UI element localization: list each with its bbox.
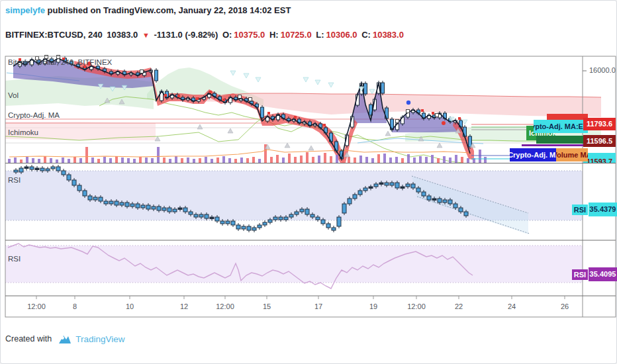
volume-bar xyxy=(246,158,249,163)
candle-body xyxy=(155,70,158,81)
rsi-candle-body xyxy=(125,203,129,206)
volume-bar xyxy=(205,157,207,163)
rsi-candle-body xyxy=(210,217,214,219)
red-square-marker xyxy=(421,109,424,112)
volume-bar xyxy=(300,156,303,163)
rsi-candle-body xyxy=(220,221,224,224)
rsi-candle-body xyxy=(157,206,161,210)
price-level-badge-2: 11596.5 xyxy=(583,135,616,147)
tradingview-brand-link[interactable]: TradingView xyxy=(75,334,124,344)
volume-bar xyxy=(383,154,386,163)
rsi-candle-body xyxy=(30,167,34,169)
volume-bar xyxy=(407,154,410,163)
volume-bar xyxy=(91,158,94,163)
rsi-candle-body xyxy=(99,197,103,201)
rsi-candle-body xyxy=(93,197,97,200)
down-triangle-marker xyxy=(462,120,467,124)
volume-bar xyxy=(419,156,422,163)
rsi-candle-body xyxy=(72,180,76,185)
volume-bar xyxy=(85,147,88,163)
volume-bar xyxy=(365,157,368,163)
rsi-candle-body xyxy=(14,170,18,172)
down-triangle-marker xyxy=(328,83,334,87)
price-axis[interactable] xyxy=(583,56,616,296)
pane-title[interactable]: Bitcoin / Dollar, 240, BITFINEX xyxy=(8,58,112,66)
rsi-candle-body xyxy=(427,196,431,200)
red-square-marker xyxy=(164,94,167,97)
rsi-candle-body xyxy=(332,228,336,230)
volume-bar xyxy=(145,158,148,163)
indicator-label-crypto-adj-ma[interactable]: Crypto-Adj. MA xyxy=(8,111,60,119)
volume-bar xyxy=(26,157,28,163)
volume-bar xyxy=(294,157,297,163)
rsi-candle-body xyxy=(120,203,124,205)
indicator-label-ichimoku[interactable]: Ichimoku xyxy=(8,128,38,136)
volume-bar xyxy=(258,159,261,163)
hollow-square-marker xyxy=(396,120,399,123)
rsi-candle-body xyxy=(226,221,230,224)
red-square-marker xyxy=(196,97,199,100)
indicator-label-rsi-1[interactable]: RSI xyxy=(8,176,21,184)
volume-bar xyxy=(151,158,154,163)
volume-bar xyxy=(348,157,350,163)
indicator-label-rsi-2[interactable]: RSI xyxy=(8,255,21,263)
rsi-candle-body xyxy=(443,200,447,203)
rsi-candle-body xyxy=(67,175,71,180)
time-axis-label: 12 xyxy=(169,302,199,310)
volume-bar xyxy=(127,158,130,163)
volume-bar xyxy=(318,156,320,163)
down-triangle-marker xyxy=(369,89,375,94)
tradingview-logo-icon xyxy=(58,333,71,345)
indicator-label-vol[interactable]: Vol xyxy=(8,91,19,99)
volume-bar xyxy=(103,157,106,163)
time-axis-label: 26 xyxy=(550,302,579,310)
rsi-candle-body xyxy=(358,191,362,195)
rsi-2-badge-label: RSI xyxy=(572,269,588,280)
rsi-2-band xyxy=(5,246,583,283)
volume-bar xyxy=(270,157,273,163)
down-triangle-marker xyxy=(315,80,320,85)
up-triangle-marker xyxy=(228,128,233,133)
volume-bar xyxy=(443,156,446,163)
time-axis-label: 22 xyxy=(444,302,473,310)
rsi-candle-body xyxy=(416,188,420,192)
footer: Created with TradingView xyxy=(5,333,124,345)
volume-bar xyxy=(330,156,332,163)
rsi-candle-body xyxy=(374,184,378,187)
volume-bar xyxy=(216,158,219,163)
tradingview-snapshot: simpelyfe published on TradingView.com, … xyxy=(0,0,617,364)
candle-body xyxy=(381,83,385,93)
rsi-candle-body xyxy=(178,208,182,210)
rsi-candle-body xyxy=(56,167,60,171)
volume-bar xyxy=(484,157,487,163)
rsi-candle-body xyxy=(337,217,341,226)
rsi-candle-body xyxy=(109,201,113,204)
hollow-square-marker xyxy=(238,95,242,99)
up-triangle-marker xyxy=(197,124,203,129)
rsi-candle-body xyxy=(83,191,87,196)
rsi-candle-body xyxy=(438,199,442,203)
rsi-candle-body xyxy=(279,217,283,220)
rsi-candle-body xyxy=(385,183,389,185)
rsi-candle-body xyxy=(173,209,177,212)
red-square-marker xyxy=(267,112,270,114)
rsi-candle-body xyxy=(24,167,28,169)
time-axis-label: 19 xyxy=(359,302,388,310)
volume-bar xyxy=(282,158,285,163)
volume-bar xyxy=(181,158,183,163)
time-axis-label: 12:00 xyxy=(402,302,431,310)
volume-bar xyxy=(234,159,237,163)
red-square-marker xyxy=(294,116,297,118)
time-axis-label: 10 xyxy=(115,302,144,310)
purple-level-strip xyxy=(522,144,588,146)
volume-bar xyxy=(431,155,434,163)
volume-bar xyxy=(252,157,255,163)
rsi-candle-body xyxy=(162,208,166,210)
volume-bar xyxy=(38,159,40,163)
rsi-candle-body xyxy=(363,188,367,191)
rsi-candle-body xyxy=(295,212,299,214)
rsi-candle-body xyxy=(326,224,330,228)
time-axis[interactable]: 12:008101212:0015171912:00222426 xyxy=(5,296,583,317)
volume-bar xyxy=(461,157,463,163)
rsi-candle-body xyxy=(252,228,256,230)
